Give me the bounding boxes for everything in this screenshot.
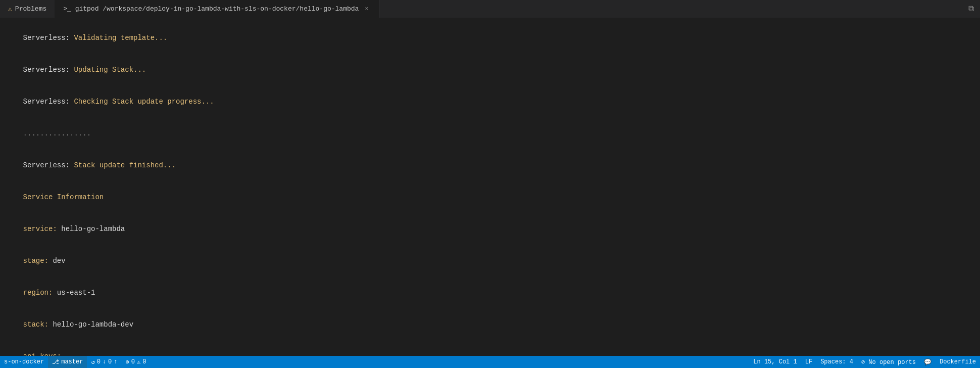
- chat-icon: 💬: [924, 358, 932, 366]
- terminal-line: ................: [6, 118, 974, 150]
- status-problems[interactable]: ⊗ 0 ⚠ 0: [121, 356, 150, 368]
- branch-icon: ⎇: [52, 358, 59, 366]
- error-icon: ⊗: [125, 358, 129, 366]
- status-no-ports[interactable]: ⊘ No open ports: [857, 358, 920, 366]
- status-file-type[interactable]: Dockerfile: [936, 358, 980, 365]
- warning-icon: ⚠: [8, 5, 12, 13]
- tab-terminal[interactable]: >_ gitpod /workspace/deploy-in-go-lambda…: [55, 0, 379, 18]
- terminal-line: api keys:: [6, 341, 974, 356]
- terminal-line: Serverless: Validating template...: [6, 22, 974, 54]
- status-git-branch-prefix[interactable]: s-on-docker: [0, 356, 48, 368]
- terminal-line: stage: dev: [6, 245, 974, 277]
- terminal-line: Serverless: Checking Stack update progre…: [6, 86, 974, 118]
- status-git-branch[interactable]: ⎇ master: [48, 356, 87, 368]
- line-ending-label: LF: [805, 358, 812, 365]
- branch-label: master: [61, 358, 83, 365]
- no-ports-label: ⊘ No open ports: [861, 358, 916, 366]
- close-tab-button[interactable]: ×: [363, 5, 370, 14]
- status-bar: s-on-docker ⎇ master ↺ 0↓ 0↑ ⊗ 0 ⚠ 0 Ln …: [0, 356, 980, 368]
- git-repo-label: s-on-docker: [4, 358, 44, 365]
- sync-down: 0: [97, 358, 101, 365]
- status-right: Ln 15, Col 1 LF Spaces: 4 ⊘ No open port…: [749, 358, 980, 366]
- position-label: Ln 15, Col 1: [753, 358, 797, 365]
- status-line-ending[interactable]: LF: [801, 358, 816, 365]
- terminal-line: stack: hello-go-lambda-dev: [6, 309, 974, 341]
- tab-problems[interactable]: ⚠ Problems: [0, 0, 55, 18]
- split-editor-button[interactable]: ⧉: [962, 0, 980, 18]
- status-position[interactable]: Ln 15, Col 1: [749, 358, 801, 365]
- sync-up: 0: [108, 358, 112, 365]
- tab-bar: ⚠ Problems >_ gitpod /workspace/deploy-i…: [0, 0, 980, 18]
- terminal-content[interactable]: Serverless: Validating template... Serve…: [0, 18, 980, 356]
- terminal-line: service: hello-go-lambda: [6, 213, 974, 245]
- spaces-label: Spaces: 4: [820, 358, 853, 365]
- sync-icon: ↺: [91, 358, 94, 366]
- status-chat[interactable]: 💬: [920, 358, 936, 366]
- status-sync[interactable]: ↺ 0↓ 0↑: [87, 356, 121, 368]
- terminal-line: Serverless: Updating Stack...: [6, 54, 974, 86]
- file-type-label: Dockerfile: [940, 358, 976, 365]
- terminal-line: region: us-east-1: [6, 277, 974, 309]
- tab-problems-label: Problems: [15, 5, 46, 13]
- status-spaces[interactable]: Spaces: 4: [816, 358, 857, 365]
- warning-icon: ⚠: [137, 358, 140, 366]
- terminal-line-service-info: Service Information: [6, 181, 974, 213]
- error-count: 0: [131, 358, 135, 365]
- tab-terminal-label: >_ gitpod /workspace/deploy-in-go-lambda…: [63, 5, 359, 13]
- terminal-line: Serverless: Stack update finished...: [6, 150, 974, 181]
- warning-count: 0: [142, 358, 146, 365]
